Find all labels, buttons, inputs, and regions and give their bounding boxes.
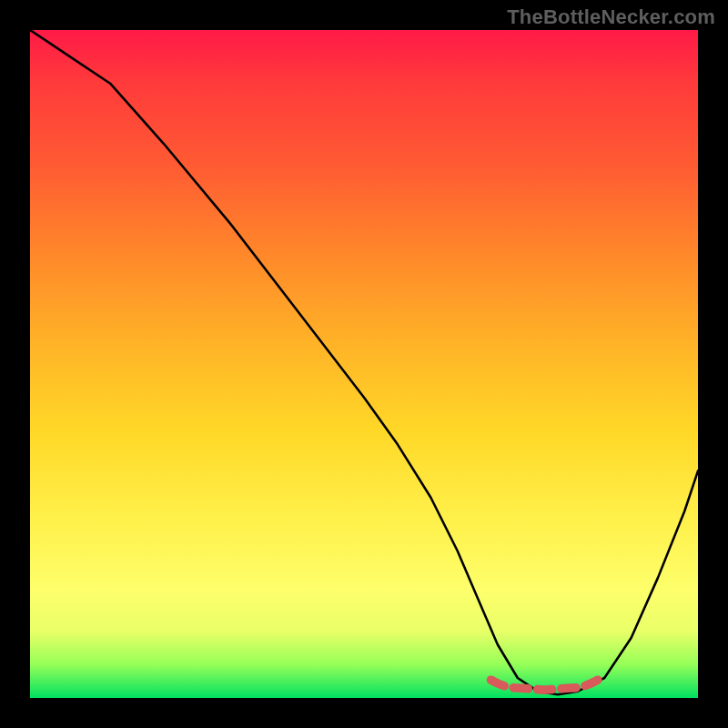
- optimal-zone-marker: [30, 30, 698, 698]
- chart-frame: TheBottleNecker.com: [0, 0, 728, 728]
- plot-area: [30, 30, 698, 698]
- accent-path: [490, 680, 597, 690]
- watermark-text: TheBottleNecker.com: [507, 5, 715, 29]
